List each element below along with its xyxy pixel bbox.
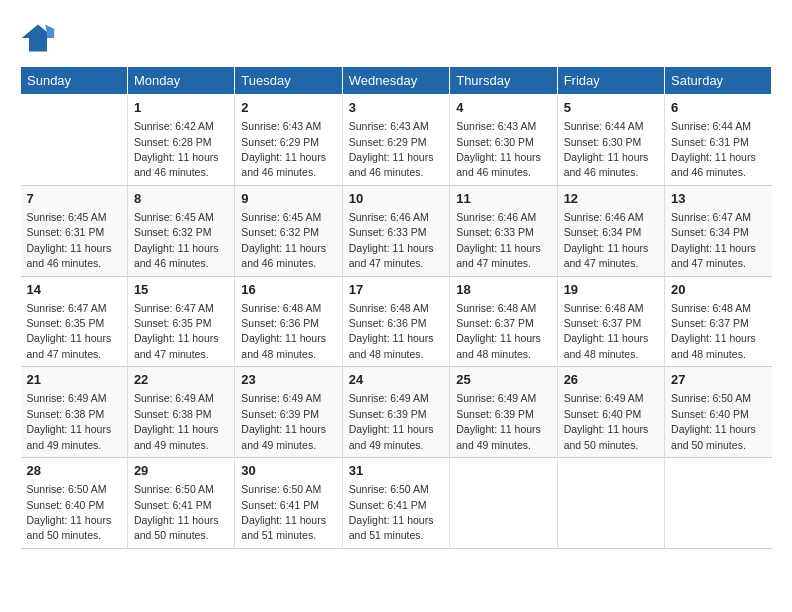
- day-info: Sunrise: 6:46 AM Sunset: 6:33 PM Dayligh…: [456, 211, 541, 269]
- calendar-cell: 31Sunrise: 6:50 AM Sunset: 6:41 PM Dayli…: [342, 458, 449, 549]
- day-info: Sunrise: 6:50 AM Sunset: 6:40 PM Dayligh…: [671, 392, 756, 450]
- col-header-sunday: Sunday: [21, 67, 128, 95]
- day-number: 6: [671, 99, 765, 117]
- calendar-cell: 30Sunrise: 6:50 AM Sunset: 6:41 PM Dayli…: [235, 458, 342, 549]
- day-info: Sunrise: 6:49 AM Sunset: 6:39 PM Dayligh…: [456, 392, 541, 450]
- day-info: Sunrise: 6:48 AM Sunset: 6:36 PM Dayligh…: [349, 302, 434, 360]
- day-number: 26: [564, 371, 658, 389]
- calendar-cell: 19Sunrise: 6:48 AM Sunset: 6:37 PM Dayli…: [557, 276, 664, 367]
- calendar-week-1: 1Sunrise: 6:42 AM Sunset: 6:28 PM Daylig…: [21, 95, 772, 186]
- col-header-tuesday: Tuesday: [235, 67, 342, 95]
- calendar-cell: 29Sunrise: 6:50 AM Sunset: 6:41 PM Dayli…: [127, 458, 234, 549]
- day-info: Sunrise: 6:43 AM Sunset: 6:30 PM Dayligh…: [456, 120, 541, 178]
- col-header-thursday: Thursday: [450, 67, 557, 95]
- day-info: Sunrise: 6:46 AM Sunset: 6:34 PM Dayligh…: [564, 211, 649, 269]
- day-number: 5: [564, 99, 658, 117]
- day-info: Sunrise: 6:49 AM Sunset: 6:38 PM Dayligh…: [27, 392, 112, 450]
- calendar-week-2: 7Sunrise: 6:45 AM Sunset: 6:31 PM Daylig…: [21, 185, 772, 276]
- day-number: 25: [456, 371, 550, 389]
- calendar-week-5: 28Sunrise: 6:50 AM Sunset: 6:40 PM Dayli…: [21, 458, 772, 549]
- day-info: Sunrise: 6:47 AM Sunset: 6:35 PM Dayligh…: [134, 302, 219, 360]
- day-info: Sunrise: 6:45 AM Sunset: 6:31 PM Dayligh…: [27, 211, 112, 269]
- day-number: 22: [134, 371, 228, 389]
- day-info: Sunrise: 6:47 AM Sunset: 6:35 PM Dayligh…: [27, 302, 112, 360]
- calendar-cell: 9Sunrise: 6:45 AM Sunset: 6:32 PM Daylig…: [235, 185, 342, 276]
- calendar-table: SundayMondayTuesdayWednesdayThursdayFrid…: [20, 66, 772, 549]
- calendar-cell: 2Sunrise: 6:43 AM Sunset: 6:29 PM Daylig…: [235, 95, 342, 186]
- day-info: Sunrise: 6:48 AM Sunset: 6:37 PM Dayligh…: [671, 302, 756, 360]
- calendar-cell: 14Sunrise: 6:47 AM Sunset: 6:35 PM Dayli…: [21, 276, 128, 367]
- calendar-cell: 24Sunrise: 6:49 AM Sunset: 6:39 PM Dayli…: [342, 367, 449, 458]
- calendar-cell: 16Sunrise: 6:48 AM Sunset: 6:36 PM Dayli…: [235, 276, 342, 367]
- day-number: 1: [134, 99, 228, 117]
- calendar-cell: 4Sunrise: 6:43 AM Sunset: 6:30 PM Daylig…: [450, 95, 557, 186]
- day-info: Sunrise: 6:49 AM Sunset: 6:39 PM Dayligh…: [349, 392, 434, 450]
- day-info: Sunrise: 6:50 AM Sunset: 6:40 PM Dayligh…: [27, 483, 112, 541]
- day-number: 31: [349, 462, 443, 480]
- day-number: 12: [564, 190, 658, 208]
- calendar-cell: 21Sunrise: 6:49 AM Sunset: 6:38 PM Dayli…: [21, 367, 128, 458]
- day-info: Sunrise: 6:49 AM Sunset: 6:40 PM Dayligh…: [564, 392, 649, 450]
- col-header-monday: Monday: [127, 67, 234, 95]
- calendar-cell: 15Sunrise: 6:47 AM Sunset: 6:35 PM Dayli…: [127, 276, 234, 367]
- day-number: 9: [241, 190, 335, 208]
- col-header-wednesday: Wednesday: [342, 67, 449, 95]
- day-info: Sunrise: 6:49 AM Sunset: 6:38 PM Dayligh…: [134, 392, 219, 450]
- calendar-cell: [450, 458, 557, 549]
- day-info: Sunrise: 6:45 AM Sunset: 6:32 PM Dayligh…: [134, 211, 219, 269]
- logo-icon: [20, 20, 56, 56]
- day-number: 8: [134, 190, 228, 208]
- day-number: 15: [134, 281, 228, 299]
- day-number: 7: [27, 190, 121, 208]
- day-info: Sunrise: 6:50 AM Sunset: 6:41 PM Dayligh…: [241, 483, 326, 541]
- calendar-cell: 22Sunrise: 6:49 AM Sunset: 6:38 PM Dayli…: [127, 367, 234, 458]
- day-number: 28: [27, 462, 121, 480]
- day-info: Sunrise: 6:43 AM Sunset: 6:29 PM Dayligh…: [241, 120, 326, 178]
- calendar-week-4: 21Sunrise: 6:49 AM Sunset: 6:38 PM Dayli…: [21, 367, 772, 458]
- day-number: 30: [241, 462, 335, 480]
- calendar-cell: [665, 458, 772, 549]
- day-number: 24: [349, 371, 443, 389]
- day-info: Sunrise: 6:44 AM Sunset: 6:31 PM Dayligh…: [671, 120, 756, 178]
- calendar-cell: 27Sunrise: 6:50 AM Sunset: 6:40 PM Dayli…: [665, 367, 772, 458]
- day-number: 14: [27, 281, 121, 299]
- calendar-cell: 6Sunrise: 6:44 AM Sunset: 6:31 PM Daylig…: [665, 95, 772, 186]
- day-number: 16: [241, 281, 335, 299]
- day-info: Sunrise: 6:46 AM Sunset: 6:33 PM Dayligh…: [349, 211, 434, 269]
- calendar-cell: 18Sunrise: 6:48 AM Sunset: 6:37 PM Dayli…: [450, 276, 557, 367]
- day-number: 11: [456, 190, 550, 208]
- day-number: 20: [671, 281, 765, 299]
- day-number: 2: [241, 99, 335, 117]
- logo: [20, 20, 60, 56]
- day-info: Sunrise: 6:49 AM Sunset: 6:39 PM Dayligh…: [241, 392, 326, 450]
- day-number: 13: [671, 190, 765, 208]
- day-info: Sunrise: 6:44 AM Sunset: 6:30 PM Dayligh…: [564, 120, 649, 178]
- col-header-saturday: Saturday: [665, 67, 772, 95]
- calendar-cell: [21, 95, 128, 186]
- calendar-cell: 8Sunrise: 6:45 AM Sunset: 6:32 PM Daylig…: [127, 185, 234, 276]
- calendar-cell: 10Sunrise: 6:46 AM Sunset: 6:33 PM Dayli…: [342, 185, 449, 276]
- day-info: Sunrise: 6:50 AM Sunset: 6:41 PM Dayligh…: [134, 483, 219, 541]
- day-info: Sunrise: 6:43 AM Sunset: 6:29 PM Dayligh…: [349, 120, 434, 178]
- day-number: 19: [564, 281, 658, 299]
- day-info: Sunrise: 6:48 AM Sunset: 6:37 PM Dayligh…: [564, 302, 649, 360]
- calendar-cell: 23Sunrise: 6:49 AM Sunset: 6:39 PM Dayli…: [235, 367, 342, 458]
- calendar-week-3: 14Sunrise: 6:47 AM Sunset: 6:35 PM Dayli…: [21, 276, 772, 367]
- calendar-cell: 3Sunrise: 6:43 AM Sunset: 6:29 PM Daylig…: [342, 95, 449, 186]
- calendar-cell: 17Sunrise: 6:48 AM Sunset: 6:36 PM Dayli…: [342, 276, 449, 367]
- calendar-cell: 20Sunrise: 6:48 AM Sunset: 6:37 PM Dayli…: [665, 276, 772, 367]
- calendar-cell: 26Sunrise: 6:49 AM Sunset: 6:40 PM Dayli…: [557, 367, 664, 458]
- day-number: 3: [349, 99, 443, 117]
- day-info: Sunrise: 6:47 AM Sunset: 6:34 PM Dayligh…: [671, 211, 756, 269]
- day-number: 18: [456, 281, 550, 299]
- day-info: Sunrise: 6:50 AM Sunset: 6:41 PM Dayligh…: [349, 483, 434, 541]
- calendar-cell: 12Sunrise: 6:46 AM Sunset: 6:34 PM Dayli…: [557, 185, 664, 276]
- calendar-cell: 11Sunrise: 6:46 AM Sunset: 6:33 PM Dayli…: [450, 185, 557, 276]
- day-number: 27: [671, 371, 765, 389]
- day-info: Sunrise: 6:42 AM Sunset: 6:28 PM Dayligh…: [134, 120, 219, 178]
- day-number: 23: [241, 371, 335, 389]
- header: [20, 20, 772, 56]
- calendar-cell: 13Sunrise: 6:47 AM Sunset: 6:34 PM Dayli…: [665, 185, 772, 276]
- calendar-header-row: SundayMondayTuesdayWednesdayThursdayFrid…: [21, 67, 772, 95]
- calendar-cell: [557, 458, 664, 549]
